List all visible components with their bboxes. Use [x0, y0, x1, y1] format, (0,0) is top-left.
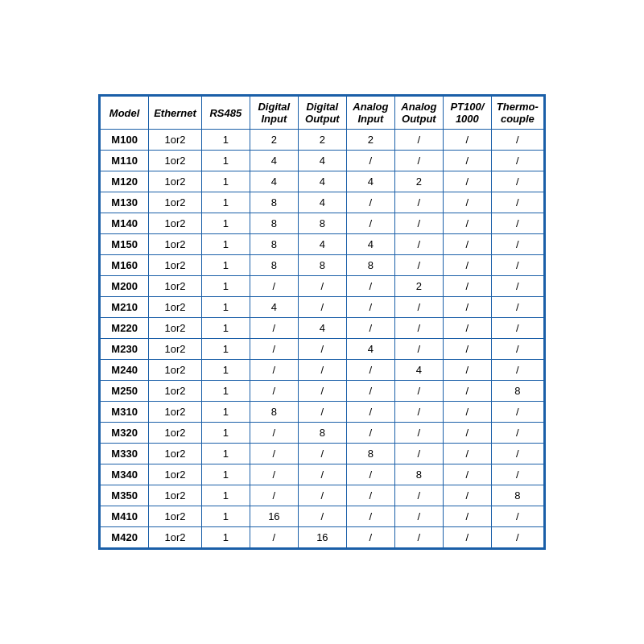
data-cell: 8: [298, 255, 346, 276]
data-cell: 8: [298, 213, 346, 234]
data-cell: 1: [201, 485, 250, 506]
data-cell: /: [298, 506, 346, 527]
table-row: M1001or21222///: [101, 130, 544, 151]
data-cell: 1or2: [149, 339, 202, 360]
data-cell: /: [346, 151, 394, 171]
table-row: M2301or21//4///: [101, 339, 544, 360]
data-cell: /: [443, 192, 491, 213]
table-row: M2501or21/////8: [101, 381, 544, 402]
data-cell: /: [491, 423, 543, 444]
table-row: M1201or214442//: [101, 171, 544, 192]
data-cell: /: [346, 192, 394, 213]
data-cell: /: [394, 444, 443, 464]
data-cell: /: [443, 151, 491, 171]
data-cell: 1or2: [149, 192, 202, 213]
data-cell: /: [443, 360, 491, 381]
data-cell: /: [346, 527, 394, 548]
data-cell: 4: [298, 151, 346, 171]
data-cell: 4: [298, 192, 346, 213]
data-cell: 1or2: [149, 234, 202, 255]
table-row: M1101or2144////: [101, 151, 544, 171]
header-thermocouple: Thermo-couple: [491, 97, 543, 130]
data-cell: 1or2: [149, 485, 202, 506]
data-cell: 8: [250, 402, 298, 423]
data-cell: /: [443, 297, 491, 318]
data-cell: 1or2: [149, 464, 202, 485]
model-cell: M210: [101, 297, 149, 318]
data-cell: 4: [250, 297, 298, 318]
data-cell: /: [298, 444, 346, 464]
data-cell: 1or2: [149, 297, 202, 318]
data-cell: /: [394, 297, 443, 318]
data-cell: /: [346, 506, 394, 527]
data-cell: 1: [201, 255, 250, 276]
data-cell: /: [394, 527, 443, 548]
table-row: M2201or21/4////: [101, 318, 544, 339]
data-cell: /: [443, 318, 491, 339]
data-cell: 1or2: [149, 402, 202, 423]
data-cell: 4: [250, 171, 298, 192]
data-cell: 4: [346, 339, 394, 360]
table-row: M3201or21/8////: [101, 423, 544, 444]
data-cell: /: [346, 213, 394, 234]
data-cell: /: [298, 381, 346, 402]
data-cell: 8: [298, 423, 346, 444]
data-cell: /: [250, 423, 298, 444]
data-cell: 4: [298, 318, 346, 339]
data-cell: 2: [346, 130, 394, 151]
data-cell: 1: [201, 464, 250, 485]
data-cell: /: [250, 339, 298, 360]
data-cell: 1: [201, 402, 250, 423]
data-cell: 2: [298, 130, 346, 151]
data-cell: 4: [298, 171, 346, 192]
table-row: M2401or21///4//: [101, 360, 544, 381]
data-cell: /: [491, 255, 543, 276]
model-cell: M110: [101, 151, 149, 171]
data-cell: /: [491, 506, 543, 527]
data-cell: 8: [491, 485, 543, 506]
data-cell: 1: [201, 130, 250, 151]
model-cell: M130: [101, 192, 149, 213]
header-analog-output: AnalogOutput: [394, 97, 443, 130]
data-cell: /: [250, 444, 298, 464]
data-cell: 1: [201, 423, 250, 444]
header-row: Model Ethernet RS485 DigitalInput Digita…: [101, 97, 544, 130]
data-cell: /: [394, 234, 443, 255]
model-cell: M160: [101, 255, 149, 276]
data-cell: /: [394, 213, 443, 234]
data-cell: 4: [346, 234, 394, 255]
data-cell: /: [250, 318, 298, 339]
data-cell: 1or2: [149, 255, 202, 276]
data-cell: 1or2: [149, 213, 202, 234]
header-ethernet: Ethernet: [149, 97, 202, 130]
data-cell: 1or2: [149, 381, 202, 402]
data-cell: /: [491, 276, 543, 297]
model-cell: M150: [101, 234, 149, 255]
model-cell: M240: [101, 360, 149, 381]
model-cell: M340: [101, 464, 149, 485]
data-cell: /: [250, 381, 298, 402]
model-cell: M320: [101, 423, 149, 444]
header-rs485: RS485: [201, 97, 250, 130]
data-cell: 8: [346, 255, 394, 276]
data-cell: 1: [201, 339, 250, 360]
data-cell: /: [443, 234, 491, 255]
data-cell: 1or2: [149, 130, 202, 151]
data-cell: /: [491, 213, 543, 234]
main-table-container: Model Ethernet RS485 DigitalInput Digita…: [98, 94, 546, 550]
data-cell: /: [394, 318, 443, 339]
data-cell: /: [443, 464, 491, 485]
data-cell: /: [250, 276, 298, 297]
model-cell: M230: [101, 339, 149, 360]
data-cell: 1or2: [149, 360, 202, 381]
data-cell: /: [394, 423, 443, 444]
data-cell: /: [443, 402, 491, 423]
data-cell: /: [394, 339, 443, 360]
data-cell: /: [298, 276, 346, 297]
data-cell: 8: [250, 192, 298, 213]
data-cell: /: [491, 297, 543, 318]
data-cell: 8: [394, 464, 443, 485]
model-cell: M220: [101, 318, 149, 339]
header-analog-input: AnalogInput: [346, 97, 394, 130]
data-cell: 16: [250, 506, 298, 527]
